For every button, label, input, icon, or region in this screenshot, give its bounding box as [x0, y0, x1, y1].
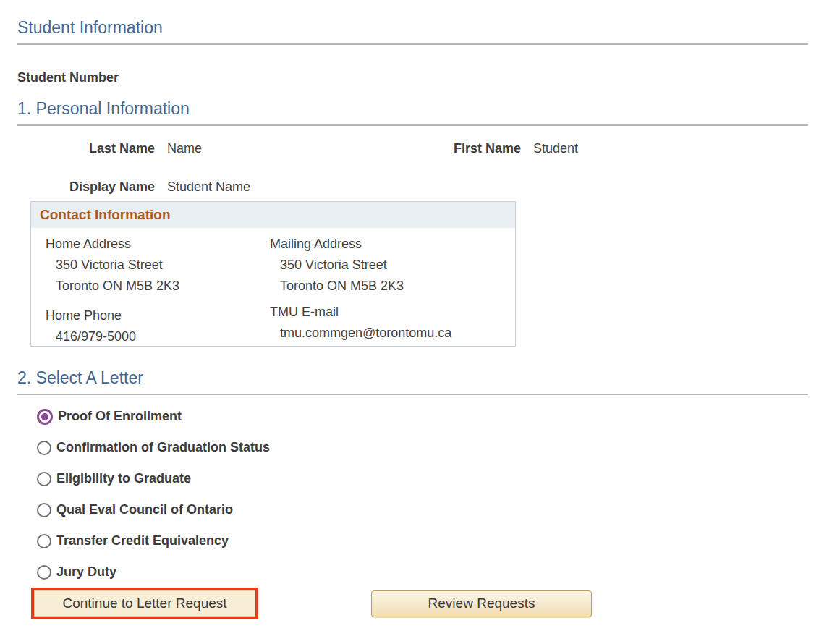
tmu-email-value: tmu.commgen@torontomu.ca	[270, 323, 515, 344]
mailing-address-label: Mailing Address	[270, 234, 515, 255]
first-name-value: Student	[533, 140, 808, 156]
radio-option-label: Jury Duty	[56, 564, 116, 580]
personal-information-heading: 1. Personal Information	[17, 98, 808, 119]
radio-button-icon[interactable]	[37, 565, 51, 580]
contact-information-box: Contact Information Home Address 350 Vic…	[30, 201, 516, 347]
contact-right-column: Mailing Address 350 Victoria Street Toro…	[270, 234, 515, 346]
radio-button-icon[interactable]	[37, 503, 51, 517]
student-information-page: Student Information Student Number 1. Pe…	[17, 0, 808, 619]
contact-information-body: Home Address 350 Victoria Street Toronto…	[31, 228, 515, 346]
radio-button-icon[interactable]	[37, 409, 53, 425]
letter-options-list: Proof Of Enrollment Confirmation of Grad…	[17, 401, 808, 588]
mailing-address-line1: 350 Victoria Street	[270, 255, 515, 276]
name-fields-row: Last Name Name First Name Student	[17, 140, 808, 156]
action-buttons-row: Continue to Letter Request Review Reques…	[17, 588, 808, 619]
home-phone-value: 416/979-5000	[46, 326, 270, 346]
radio-option-transfer-credit-equivalency[interactable]: Transfer Credit Equivalency	[37, 525, 808, 556]
divider	[17, 43, 808, 45]
tmu-email-label: TMU E-mail	[270, 302, 515, 323]
radio-option-label: Proof Of Enrollment	[58, 409, 182, 424]
last-name-label: Last Name	[17, 140, 155, 156]
contact-information-header: Contact Information	[31, 202, 515, 228]
home-address-line2: Toronto ON M5B 2K3	[46, 276, 270, 297]
radio-button-icon[interactable]	[37, 472, 51, 486]
page-title: Student Information	[17, 17, 808, 38]
select-letter-heading: 2. Select A Letter	[17, 368, 808, 388]
radio-option-jury-duty[interactable]: Jury Duty	[37, 556, 808, 588]
radio-option-label: Confirmation of Graduation Status	[56, 440, 270, 455]
divider	[17, 394, 808, 395]
radio-option-label: Eligibility to Graduate	[56, 471, 191, 486]
home-address-label: Home Address	[46, 234, 270, 255]
mailing-address-line2: Toronto ON M5B 2K3	[270, 276, 515, 297]
display-name-label: Display Name	[17, 179, 155, 195]
radio-option-label: Transfer Credit Equivalency	[56, 533, 229, 548]
contact-left-column: Home Address 350 Victoria Street Toronto…	[46, 234, 270, 346]
radio-option-proof-of-enrollment[interactable]: Proof Of Enrollment	[37, 401, 808, 432]
home-address-line1: 350 Victoria Street	[46, 255, 270, 276]
radio-option-label: Qual Eval Council of Ontario	[56, 502, 233, 517]
radio-option-qual-eval-council-ontario[interactable]: Qual Eval Council of Ontario	[37, 494, 808, 525]
radio-option-confirmation-graduation-status[interactable]: Confirmation of Graduation Status	[37, 432, 808, 463]
click-highlight-annotation: Continue to Letter Request	[31, 588, 258, 619]
first-name-label: First Name	[396, 140, 521, 156]
student-number-label: Student Number	[17, 69, 808, 85]
radio-option-eligibility-to-graduate[interactable]: Eligibility to Graduate	[37, 463, 808, 494]
radio-button-icon[interactable]	[37, 441, 51, 455]
contact-information-title: Contact Information	[40, 207, 171, 223]
home-phone-label: Home Phone	[46, 305, 270, 326]
display-name-value: Student Name	[167, 179, 384, 195]
review-requests-button[interactable]: Review Requests	[371, 590, 592, 617]
radio-button-icon[interactable]	[37, 534, 51, 548]
display-name-row: Display Name Student Name	[17, 179, 808, 195]
divider	[17, 124, 808, 126]
last-name-value: Name	[167, 140, 384, 156]
continue-to-letter-request-button[interactable]: Continue to Letter Request	[34, 590, 255, 617]
